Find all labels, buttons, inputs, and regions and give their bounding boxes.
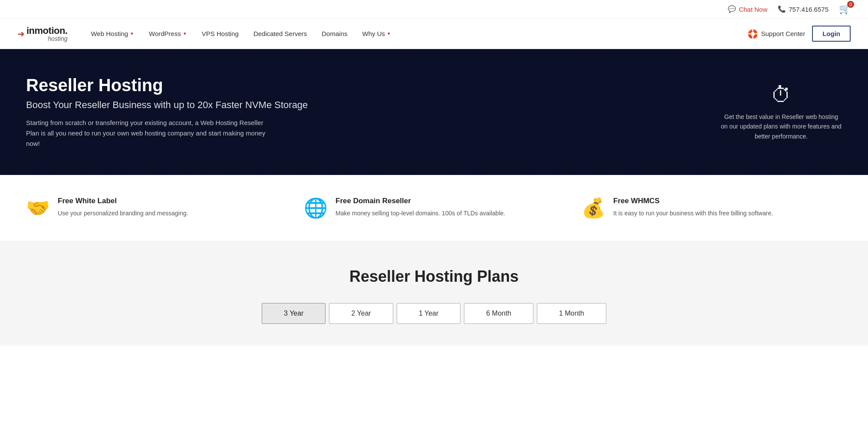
billing-tabs: 3 Year 2 Year 1 Year 6 Month 1 Month: [17, 303, 851, 324]
feature-white-label: 🤝 Free White Label Use your personalized…: [26, 197, 286, 219]
hero-title: Reseller Hosting: [26, 76, 321, 95]
billing-tab-1month[interactable]: 1 Month: [537, 303, 606, 324]
feature-white-label-text: Free White Label Use your personalized b…: [58, 197, 188, 218]
nav-item-wordpress[interactable]: WordPress ▼: [143, 26, 193, 41]
chevron-down-icon: ▼: [130, 31, 134, 36]
feature-whmcs-text: Free WHMCS It is easy to run your busine…: [613, 197, 773, 218]
nav-right: 🛟 Support Center Login: [747, 26, 851, 42]
feature-white-label-desc: Use your personalized branding and messa…: [58, 209, 188, 218]
feature-domain-reseller-desc: Make money selling top-level domains. 10…: [335, 209, 505, 218]
logo-sub: hosting: [26, 36, 67, 42]
plans-section: Reseller Hosting Plans 3 Year 2 Year 1 Y…: [0, 241, 868, 346]
hero-subtitle: Boost Your Reseller Business with up to …: [26, 99, 321, 111]
feature-whmcs: 💰 Free WHMCS It is easy to run your busi…: [582, 197, 842, 219]
plans-title: Reseller Hosting Plans: [17, 267, 851, 286]
nav-item-domains[interactable]: Domains: [316, 26, 353, 41]
hero-description: Starting from scratch or transferring yo…: [26, 118, 278, 149]
logo-brand: inmotion.: [26, 26, 67, 36]
billing-tab-6month[interactable]: 6 Month: [464, 303, 533, 324]
globe-icon: 🌐: [304, 197, 328, 219]
feature-white-label-title: Free White Label: [58, 197, 188, 205]
login-button[interactable]: Login: [812, 26, 851, 42]
nav-item-vps-hosting[interactable]: VPS Hosting: [196, 26, 245, 41]
nav-item-web-hosting[interactable]: Web Hosting ▼: [85, 26, 140, 41]
nav-item-dedicated-servers[interactable]: Dedicated Servers: [247, 26, 313, 41]
feature-whmcs-desc: It is easy to run your business with thi…: [613, 209, 773, 218]
support-center-link[interactable]: 🛟 Support Center: [747, 29, 805, 39]
logo-arrow-icon: ➜: [17, 29, 25, 39]
main-header: ➜ inmotion. hosting Web Hosting ▼ WordPr…: [0, 19, 868, 49]
feature-domain-reseller-text: Free Domain Reseller Make money selling …: [335, 197, 505, 218]
handshake-icon: 🤝: [26, 197, 50, 219]
hero-content: Reseller Hosting Boost Your Reseller Bus…: [26, 76, 321, 149]
dollar-hand-icon: 💰: [582, 197, 605, 219]
chevron-down-icon: ▼: [183, 31, 187, 36]
feature-domain-reseller-title: Free Domain Reseller: [335, 197, 505, 205]
feature-whmcs-title: Free WHMCS: [613, 197, 773, 205]
support-icon: 🛟: [747, 29, 758, 39]
cart-badge: 0: [847, 1, 854, 8]
cart-button[interactable]: 🛒 0: [839, 3, 851, 15]
top-bar: 💬 Chat Now 📞 757.416.6575 🛒 0: [0, 0, 868, 19]
billing-tab-3year[interactable]: 3 Year: [262, 303, 326, 324]
phone-number: 📞 757.416.6575: [778, 5, 829, 13]
logo-text: inmotion. hosting: [26, 26, 67, 42]
features-section: 🤝 Free White Label Use your personalized…: [0, 175, 868, 241]
hero-right-text: Get the best value in Reseller web hosti…: [720, 112, 842, 141]
chevron-down-icon: ▼: [387, 31, 391, 36]
billing-tab-1year[interactable]: 1 Year: [397, 303, 460, 324]
chat-now-button[interactable]: 💬 Chat Now: [728, 5, 767, 13]
billing-tab-2year[interactable]: 2 Year: [329, 303, 393, 324]
feature-domain-reseller: 🌐 Free Domain Reseller Make money sellin…: [304, 197, 564, 219]
chat-icon: 💬: [728, 5, 736, 13]
logo[interactable]: ➜ inmotion. hosting: [17, 26, 67, 42]
main-nav: Web Hosting ▼ WordPress ▼ VPS Hosting De…: [85, 26, 851, 42]
nav-item-why-us[interactable]: Why Us ▼: [356, 26, 397, 41]
hero-right-panel: ⏱ Get the best value in Reseller web hos…: [720, 83, 842, 141]
hero-section: Reseller Hosting Boost Your Reseller Bus…: [0, 49, 868, 175]
phone-icon: 📞: [778, 5, 786, 13]
timer-icon: ⏱: [720, 83, 842, 107]
